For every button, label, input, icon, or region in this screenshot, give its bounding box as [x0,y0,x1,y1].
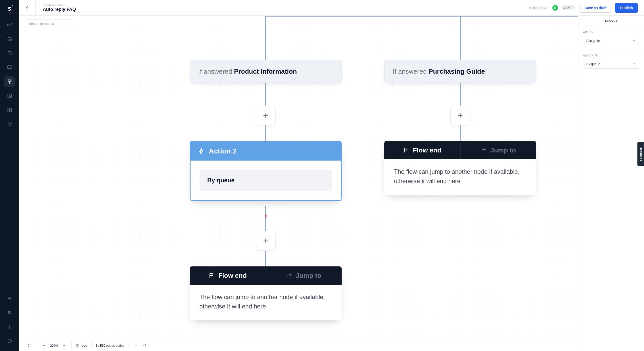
add-node-button[interactable] [450,106,470,125]
svg-rect-10 [10,110,11,112]
nav-commerce-icon[interactable] [4,119,15,129]
save-draft-button[interactable]: Save as draft [579,3,612,13]
log-icon [76,344,79,347]
svg-point-14 [10,311,11,312]
undo-button[interactable] [133,343,139,349]
flow-end-tab[interactable]: Flow end [384,141,460,159]
nav-activity-icon[interactable] [4,293,15,304]
header-eyebrow: FLOW BUILDER [43,3,76,6]
inspector-assign-label: ASSIGN TO [583,54,639,57]
search-input[interactable] [29,22,71,26]
chevron-down-icon [632,62,636,66]
last-edited: Edited 24 Jan [529,6,549,10]
chevron-down-icon [632,39,636,42]
nav-flow-icon[interactable] [4,76,15,87]
redo-icon [286,272,292,279]
action-value: By queue [200,170,332,191]
condition-node-product-info[interactable]: If answered Product Information [190,60,342,83]
svg-point-17 [9,342,10,342]
svg-point-12 [10,125,11,126]
bolt-icon [198,148,205,154]
log-button[interactable]: Log [76,344,87,347]
nav-help-icon[interactable] [4,336,15,346]
flow-end-node[interactable]: Flow end Jump to The flow can jump to an… [190,266,342,320]
condition-value: Product Information [234,68,297,75]
condition-prefix: If answered [393,68,427,75]
jump-to-tab[interactable]: Jump to [460,141,536,159]
fullscreen-button[interactable] [27,343,33,349]
nav-team-icon[interactable] [4,307,15,318]
jump-to-tab[interactable]: Jump to [266,266,342,285]
feedback-tab[interactable]: Feedback [637,142,644,166]
action-node[interactable]: Action 2 By queue [190,141,342,201]
flow-end-tab[interactable]: Flow end [190,266,266,285]
svg-rect-8 [10,108,11,110]
assign-select[interactable]: By queue [583,59,639,69]
flag-icon [403,147,409,153]
condition-value: Purchasing Guide [429,68,485,75]
node-search[interactable] [24,19,73,28]
assign-select-value: By queue [586,62,600,66]
add-node-button[interactable] [256,106,276,125]
nav-chat-icon[interactable] [4,62,15,73]
publish-button[interactable]: Publish [615,3,638,13]
zoom-out-button[interactable] [41,343,47,349]
redo-button[interactable] [142,343,148,349]
inspector-action-label: ACTION [583,31,639,34]
condition-prefix: If answered [198,68,232,75]
svg-point-13 [8,311,10,313]
action-select-value: Assign to [586,39,600,43]
nav-inbox-icon[interactable] [4,34,15,44]
svg-rect-9 [8,110,9,112]
flag-icon [209,272,215,279]
svg-point-0 [9,24,10,25]
inspector-title: Action 2 [578,16,644,27]
nav-settings-icon[interactable] [4,322,15,332]
svg-point-15 [9,326,10,328]
condition-node-purchasing-guide[interactable]: If answered Purchasing Guide [384,60,536,83]
action-title: Action 2 [209,147,237,155]
node-count: 3 / 500 nodes added [96,344,124,347]
delete-connection-button[interactable] [263,213,268,219]
svg-rect-4 [10,80,11,81]
nav-broadcast-icon[interactable] [4,19,15,30]
status-badge: DRAFT [561,5,575,10]
nav-apps-icon[interactable] [4,105,15,115]
svg-rect-3 [8,80,9,81]
redo-icon [481,147,487,153]
svg-rect-5 [9,82,10,83]
svg-point-11 [9,125,10,126]
page-title: Auto reply FAQ [43,7,76,12]
flow-end-description: The flow can jump to another node if ava… [384,159,536,195]
nav-reports-icon[interactable] [4,90,15,101]
editor-avatar[interactable]: E [552,5,558,11]
back-button[interactable] [19,0,36,15]
add-node-button[interactable] [256,231,276,251]
zoom-in-button[interactable] [61,343,67,349]
flow-end-node[interactable]: Flow end Jump to The flow can jump to an… [384,141,536,195]
zoom-level: 200% [50,344,58,347]
nav-contacts-icon[interactable] [4,48,15,58]
flow-end-description: The flow can jump to another node if ava… [190,285,342,320]
svg-rect-7 [8,108,9,110]
action-select[interactable]: Assign to [583,36,639,45]
svg-point-2 [9,52,10,53]
app-logo[interactable]: s [8,5,11,12]
